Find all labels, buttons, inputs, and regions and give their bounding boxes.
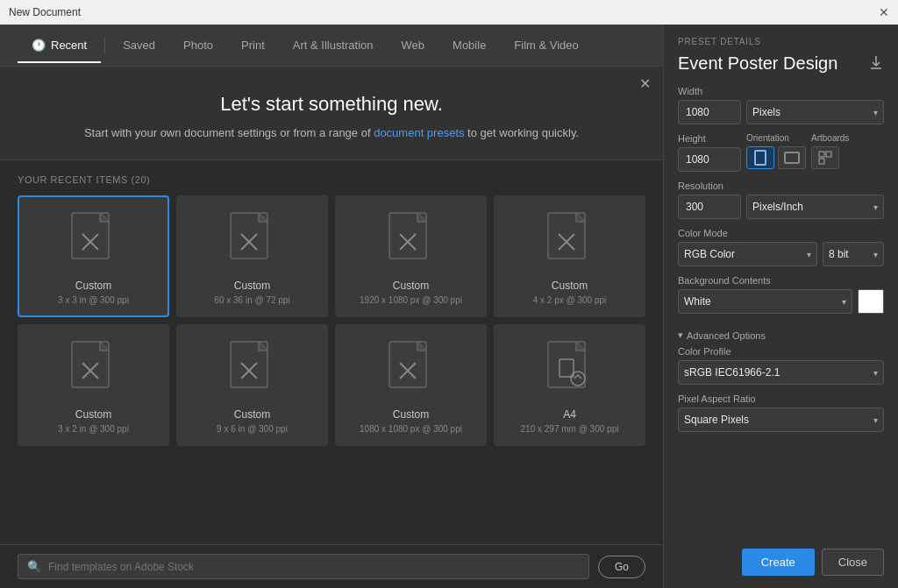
svg-rect-27: [819, 152, 824, 157]
hero-subtitle: Start with your own document settings or…: [18, 124, 645, 142]
height-orient-row: Height Orientation: [678, 133, 884, 172]
tab-print[interactable]: Print: [227, 28, 279, 62]
background-contents-label: Background Contents: [678, 275, 884, 286]
height-input[interactable]: [678, 147, 741, 172]
height-label: Height: [678, 133, 741, 144]
width-unit-select[interactable]: Pixels Inches Centimeters Millimeters: [746, 100, 884, 124]
background-contents-row: White Background Color Transparent: [678, 289, 884, 314]
list-item[interactable]: Custom 9 x 6 in @ 300 ppi: [176, 324, 328, 446]
search-input[interactable]: [48, 561, 580, 573]
background-contents-select[interactable]: White Background Color Transparent: [678, 289, 852, 314]
clock-icon: 🕐: [32, 39, 46, 52]
list-item[interactable]: Custom 1920 x 1080 px @ 300 ppi: [335, 195, 487, 317]
color-profile-field-group: Color Profile sRGB IEC61966-2.1 Adobe RG…: [678, 346, 884, 385]
list-item[interactable]: Custom 3 x 3 in @ 300 ppi: [18, 195, 169, 317]
resolution-label: Resolution: [678, 181, 884, 191]
resolution-input[interactable]: [678, 195, 741, 219]
document-icon: [386, 340, 437, 401]
close-button[interactable]: Close: [822, 549, 884, 576]
preset-title-row: Event Poster Design: [678, 53, 884, 74]
hero-banner: ✕ Let's start something new. Start with …: [0, 67, 663, 160]
tab-bar: 🕐 Recent Saved Photo Print Art & Illustr…: [0, 25, 663, 67]
search-bar: 🔍 Go: [0, 544, 663, 588]
portrait-orientation-button[interactable]: [746, 146, 774, 169]
document-icon: [68, 340, 119, 401]
tab-divider: [104, 37, 105, 54]
tab-mobile[interactable]: Mobile: [438, 28, 500, 62]
orientation-buttons: [746, 146, 806, 169]
document-icon: [227, 211, 278, 273]
width-label: Width: [678, 86, 884, 96]
color-mode-row: RGB Color CMYK Color Grayscale 8 bit 16 …: [678, 242, 884, 266]
height-field-group: Height: [678, 133, 741, 172]
tab-photo[interactable]: Photo: [169, 28, 227, 62]
artboards-label: Artboards: [811, 133, 849, 143]
go-button[interactable]: Go: [598, 556, 645, 578]
tab-film[interactable]: Film & Video: [500, 28, 592, 62]
create-button[interactable]: Create: [742, 549, 815, 576]
color-profile-label: Color Profile: [678, 346, 884, 357]
list-item[interactable]: Custom 60 x 36 in @ 72 ppi: [176, 195, 328, 317]
save-preset-icon[interactable]: [868, 54, 884, 74]
width-row: Pixels Inches Centimeters Millimeters: [678, 100, 884, 124]
titlebar-close[interactable]: ✕: [879, 5, 889, 19]
svg-rect-26: [785, 152, 799, 163]
hero-presets-link[interactable]: document presets: [374, 126, 464, 139]
hero-title: Let's start something new.: [18, 93, 645, 116]
preset-title: Event Poster Design: [678, 53, 837, 74]
orientation-label: Orientation: [746, 133, 806, 143]
tab-art[interactable]: Art & Illustration: [279, 28, 388, 62]
recent-title: YOUR RECENT ITEMS (20): [18, 174, 645, 185]
width-field-group: Width Pixels Inches Centimeters Millimet…: [678, 86, 884, 124]
advanced-options-toggle[interactable]: ▾ Advanced Options: [678, 329, 884, 341]
list-item[interactable]: Custom 1080 x 1080 px @ 300 ppi: [335, 324, 487, 446]
titlebar-title: New Document: [9, 6, 81, 18]
tab-saved[interactable]: Saved: [109, 28, 169, 62]
color-mode-label: Color Mode: [678, 228, 884, 238]
svg-rect-28: [826, 152, 831, 157]
list-item[interactable]: A4 210 x 297 mm @ 300 ppi: [494, 324, 645, 446]
list-item[interactable]: Custom 4 x 2 px @ 300 ppi: [494, 195, 645, 317]
hero-close[interactable]: ✕: [639, 75, 651, 92]
background-color-swatch[interactable]: [858, 289, 884, 314]
preset-section-label: PRESET DETAILS: [678, 37, 884, 46]
color-mode-field-group: Color Mode RGB Color CMYK Color Grayscal…: [678, 228, 884, 266]
main-container: 🕐 Recent Saved Photo Print Art & Illustr…: [0, 25, 898, 588]
list-item[interactable]: Custom 3 x 2 in @ 300 ppi: [18, 324, 169, 446]
search-icon: 🔍: [27, 560, 41, 573]
width-input[interactable]: [678, 100, 741, 124]
svg-rect-25: [755, 151, 766, 165]
document-icon: [68, 211, 119, 273]
color-depth-select[interactable]: 8 bit 16 bit 32 bit: [823, 242, 884, 266]
items-grid: Custom 3 x 3 in @ 300 ppi Custom 60 x 36…: [18, 195, 645, 446]
document-icon: [545, 211, 595, 273]
document-a4-icon: [545, 340, 595, 401]
color-mode-select[interactable]: RGB Color CMYK Color Grayscale: [678, 242, 817, 266]
resolution-field-group: Resolution Pixels/Inch Pixels/Centimeter: [678, 181, 884, 219]
orientation-group: Orientation: [746, 133, 806, 169]
panel-footer: Create Close: [678, 536, 884, 576]
resolution-row: Pixels/Inch Pixels/Centimeter: [678, 195, 884, 219]
landscape-orientation-button[interactable]: [778, 146, 806, 169]
left-panel: 🕐 Recent Saved Photo Print Art & Illustr…: [0, 25, 663, 588]
background-contents-select-wrap: White Background Color Transparent: [678, 289, 852, 314]
document-icon: [386, 211, 437, 273]
width-unit-select-wrap: Pixels Inches Centimeters Millimeters: [746, 100, 884, 124]
resolution-unit-select[interactable]: Pixels/Inch Pixels/Centimeter: [746, 195, 884, 219]
artboards-button[interactable]: [811, 146, 839, 169]
pixel-ratio-select[interactable]: Square Pixels D1/DV NTSC: [678, 407, 884, 432]
recent-section: YOUR RECENT ITEMS (20) Custom 3 x 3 in @…: [0, 160, 663, 545]
preset-panel: PRESET DETAILS Event Poster Design Width…: [663, 25, 898, 588]
artboards-group: Artboards: [811, 133, 849, 169]
titlebar: New Document ✕: [0, 0, 898, 25]
document-icon: [227, 340, 278, 401]
pixel-ratio-select-wrap: Square Pixels D1/DV NTSC: [678, 407, 884, 432]
pixel-ratio-field-group: Pixel Aspect Ratio Square Pixels D1/DV N…: [678, 393, 884, 432]
chevron-down-icon: ▾: [678, 329, 683, 341]
tab-recent[interactable]: 🕐 Recent: [18, 28, 101, 62]
color-profile-select-wrap: sRGB IEC61966-2.1 Adobe RGB (1998) ProPh…: [678, 360, 884, 385]
background-contents-field-group: Background Contents White Background Col…: [678, 275, 884, 314]
color-mode-select-wrap: RGB Color CMYK Color Grayscale: [678, 242, 817, 266]
color-profile-select[interactable]: sRGB IEC61966-2.1 Adobe RGB (1998) ProPh…: [678, 360, 884, 385]
tab-web[interactable]: Web: [388, 28, 439, 62]
